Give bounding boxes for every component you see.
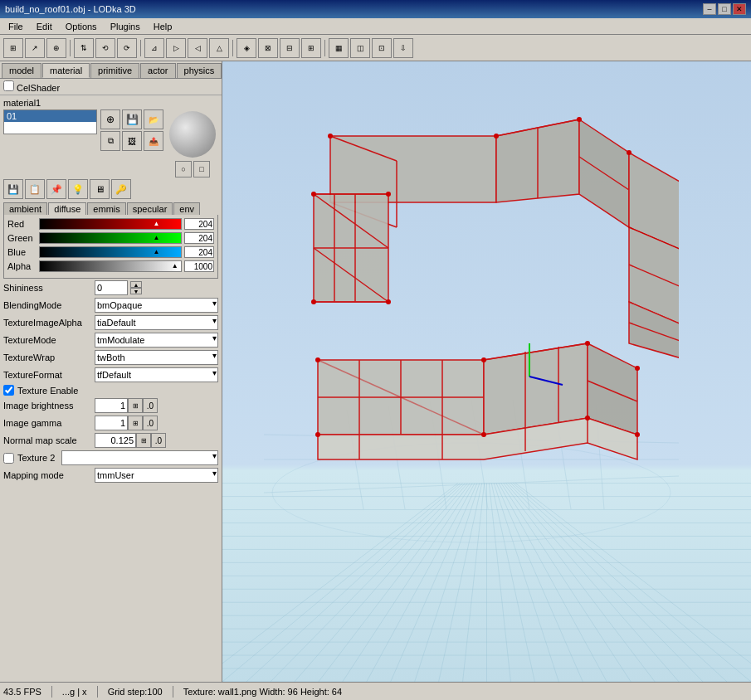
menu-edit[interactable]: Edit [32, 21, 57, 32]
mat-btn-load[interactable]: 📂 [144, 109, 163, 129]
red-value[interactable]: 204 [184, 218, 214, 230]
mat-btn-key[interactable]: 🔑 [111, 179, 131, 199]
toolbar-btn-12[interactable]: ⊠ [258, 38, 278, 58]
blending-mode-select[interactable]: bmOpaque bmAdd bmSubtract [95, 298, 218, 313]
blending-mode-row: BlendingMode bmOpaque bmAdd bmSubtract [3, 298, 218, 313]
svg-point-67 [585, 416, 590, 420]
mat-btn-save[interactable]: 💾 [122, 109, 142, 129]
toolbar-btn-11[interactable]: ◈ [237, 38, 256, 58]
toolbar-btn-18[interactable]: ⇩ [393, 38, 413, 58]
toolbar-btn-10[interactable]: △ [209, 38, 229, 58]
green-slider[interactable]: ▲ [39, 232, 182, 244]
toolbar-btn-16[interactable]: ◫ [350, 38, 370, 58]
image-brightness-input[interactable] [95, 398, 128, 413]
shininess-up[interactable]: ▲ [130, 281, 142, 288]
normal-map-input[interactable] [95, 433, 136, 448]
menu-help[interactable]: Help [149, 21, 178, 32]
menu-options[interactable]: Options [61, 21, 102, 32]
toolbar-btn-15[interactable]: ▦ [329, 38, 349, 58]
properties-table: Shininess 0 ▲ ▼ BlendingMode bmOpaque bm… [0, 279, 222, 487]
menu-file[interactable]: File [3, 21, 28, 32]
mat-btn-paste[interactable]: 📌 [46, 179, 66, 199]
mapping-mode-label: Mapping mode [3, 470, 95, 480]
close-button[interactable]: ✕ [733, 3, 746, 15]
green-label: Green [7, 233, 37, 243]
texture2-select[interactable] [61, 450, 218, 465]
svg-point-53 [328, 134, 333, 139]
status-sep-3 [173, 686, 173, 698]
toolbar-btn-9[interactable]: ◁ [188, 38, 207, 58]
maximize-button[interactable]: □ [718, 3, 731, 15]
texture-alpha-select[interactable]: tiaDefault tiaAlpha [95, 315, 218, 330]
alpha-slider[interactable]: ▲ [39, 260, 182, 272]
texture-format-select[interactable]: tfDefault tfRGB [95, 367, 218, 382]
shininess-input[interactable]: 0 [95, 280, 128, 295]
image-brightness-row: Image brightness ⊞ .0 [3, 398, 218, 413]
image-gamma-calc[interactable]: ⊞ [128, 416, 143, 430]
material-item[interactable]: 01 [4, 110, 96, 122]
panel-tabs: model material primitive actor physics [0, 61, 222, 79]
image-gamma-row: Image gamma ⊞ .0 [3, 416, 218, 430]
image-brightness-label: Image brightness [3, 401, 95, 411]
toolbar-btn-1[interactable]: ⊞ [3, 38, 23, 58]
tab-actor[interactable]: actor [140, 63, 175, 78]
toolbar-btn-3[interactable]: ⊕ [46, 38, 66, 58]
viewport[interactable] [222, 61, 751, 682]
mat-btn-screen[interactable]: 🖥 [90, 179, 110, 199]
svg-point-66 [481, 432, 486, 437]
tab-physics[interactable]: physics [177, 63, 222, 78]
blue-value[interactable]: 204 [184, 246, 214, 258]
mat-btn-copy[interactable]: ⧉ [100, 131, 120, 151]
mat-btn-add[interactable]: ⊕ [100, 109, 120, 129]
tab-primitive[interactable]: primitive [90, 63, 139, 78]
image-brightness-calc[interactable]: ⊞ [128, 398, 143, 413]
toolbar-btn-13[interactable]: ⊟ [280, 38, 300, 58]
red-slider[interactable]: ▲ [39, 218, 182, 230]
shininess-down[interactable]: ▼ [130, 288, 142, 294]
toolbar-btn-7[interactable]: ⊿ [144, 38, 164, 58]
toolbar-btn-14[interactable]: ⊞ [301, 38, 321, 58]
mat-btn-light[interactable]: 💡 [68, 179, 88, 199]
mat-btn-cube[interactable]: □ [193, 161, 210, 177]
toolbar-btn-4[interactable]: ⇅ [74, 38, 94, 58]
mat-btn-assign[interactable]: 📤 [144, 131, 163, 151]
menu-plugins[interactable]: Plugins [105, 21, 145, 32]
toolbar-btn-2[interactable]: ↗ [25, 38, 45, 58]
normal-map-calc[interactable]: ⊞ [136, 433, 151, 448]
inner-tab-specular[interactable]: specular [127, 202, 173, 215]
material-list[interactable]: 01 [3, 109, 97, 134]
texture-enable-checkbox[interactable] [3, 385, 14, 396]
tab-model[interactable]: model [2, 63, 41, 78]
mat-btn-save2[interactable]: 💾 [3, 179, 23, 199]
inner-tab-emmis[interactable]: emmis [87, 202, 125, 215]
toolbar-btn-17[interactable]: ⊡ [372, 38, 392, 58]
minimize-button[interactable]: – [703, 3, 716, 15]
image-icon: 🖼 [128, 137, 136, 146]
blue-slider[interactable]: ▲ [39, 246, 182, 258]
texture-wrap-select[interactable]: twBoth twHorizontal [95, 350, 218, 365]
grid-display: Grid step:100 [108, 687, 163, 697]
mat-btn-img[interactable]: 🖼 [122, 131, 142, 151]
toolbar-btn-5[interactable]: ⟲ [95, 38, 115, 58]
toolbar-btn-6[interactable]: ⟳ [117, 38, 137, 58]
texture-mode-select[interactable]: tmModulate tmReplace [95, 333, 218, 348]
inner-tab-env[interactable]: env [173, 202, 200, 215]
mapping-mode-wrap: tmmUser tmmSphere [95, 468, 218, 483]
celshader-checkbox[interactable] [3, 80, 14, 91]
toolbar-btn-8[interactable]: ▷ [166, 38, 186, 58]
left-panel: model material primitive actor physics C… [0, 61, 222, 682]
coords-display: ...g | x [62, 687, 87, 697]
mapping-mode-select[interactable]: tmmUser tmmSphere [95, 468, 218, 483]
mat-btn-sphere[interactable]: ○ [175, 161, 192, 177]
model-svg [264, 86, 679, 551]
cube-icon: □ [199, 165, 203, 173]
celshader-label[interactable]: CelShader [3, 83, 60, 93]
mat-btn-copy2[interactable]: 📋 [25, 179, 45, 199]
tab-material[interactable]: material [42, 63, 90, 78]
alpha-value[interactable]: 1000 [184, 260, 214, 272]
inner-tab-diffuse[interactable]: diffuse [48, 202, 86, 215]
image-gamma-input[interactable] [95, 416, 128, 430]
green-value[interactable]: 204 [184, 232, 214, 244]
inner-tab-ambient[interactable]: ambient [3, 202, 47, 215]
texture2-checkbox[interactable] [3, 453, 14, 464]
